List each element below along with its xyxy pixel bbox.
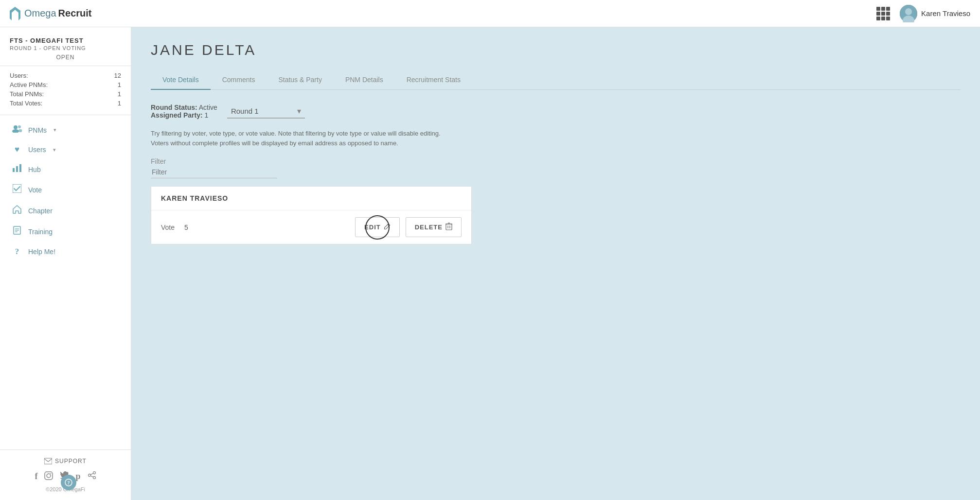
svg-line-24 [388,224,389,226]
stat-active-pnms-value: 1 [118,81,121,88]
pnms-label: PNMs [28,126,47,134]
sidebar-item-chapter[interactable]: Chapter [0,200,131,221]
pencil-icon [384,223,391,231]
hub-label: Hub [28,166,41,173]
mail-icon [44,458,52,465]
users-arrow: ▾ [53,147,56,153]
filter-section: Filter [151,157,961,178]
user-menu[interactable]: Karen Travieso [900,5,970,22]
sidebar-item-helpme[interactable]: ? Help Me! [0,242,131,261]
filter-label: Filter [151,157,961,165]
logo-icon [10,7,20,20]
round-status-label: Round Status: Active Assigned Party: 1 [151,103,217,119]
svg-point-21 [88,474,90,477]
vote-icon [12,184,22,195]
logo[interactable]: OmegaRecruit [10,7,92,20]
trash-icon [445,223,452,232]
svg-point-6 [18,129,22,132]
stat-total-votes-label: Total Votes: [10,100,42,107]
users-label: Users [28,146,46,154]
svg-point-18 [51,473,52,474]
round-status-value: Active [199,103,217,111]
vote-actions: EDIT DELETE [355,217,462,237]
sidebar-item-users[interactable]: ♥ Users ▾ [0,140,131,159]
round-status-row: Round Status: Active Assigned Party: 1 R… [151,103,961,119]
filter-input[interactable] [151,166,277,178]
tab-status-party[interactable]: Status & Party [267,70,333,89]
tab-comments[interactable]: Comments [211,70,267,89]
svg-rect-7 [13,168,15,172]
round-subtitle: ROUND 1 - OPEN VOTING [10,45,121,51]
svg-text:?: ? [68,480,70,485]
vote-label: Vote [161,224,175,231]
sidebar-item-training[interactable]: Training [0,221,131,242]
facebook-icon[interactable]: f [35,471,37,483]
pnms-arrow: ▾ [53,127,56,133]
svg-rect-25 [446,224,452,230]
svg-point-5 [18,125,21,128]
sidebar-item-pnms[interactable]: PNMs ▾ [0,120,131,140]
stat-users-label: Users: [10,72,28,79]
edit-label: EDIT [364,224,381,231]
assigned-party-key: Assigned Party: [151,111,203,119]
page-title: JANE DELTA [151,42,961,58]
chevron-down-icon: ▾ [297,106,301,116]
sidebar-item-vote[interactable]: Vote [0,179,131,200]
svg-rect-8 [16,166,18,172]
vote-details-content: Round Status: Active Assigned Party: 1 R… [151,103,961,244]
logo-omega-text: Omega [24,8,56,19]
stat-total-votes-value: 1 [118,100,121,107]
pnms-icon [12,125,22,135]
svg-point-1 [905,8,912,15]
tab-pnm-details[interactable]: PNM Details [334,70,395,89]
sidebar-item-hub[interactable]: Hub [0,159,131,179]
vote-data-row: Vote 5 EDIT [151,210,471,244]
sidebar: FTS - OMEGAFI TEST ROUND 1 - OPEN VOTING… [0,27,131,500]
tab-recruitment-stats[interactable]: Recruitment Stats [395,70,472,89]
svg-rect-9 [19,164,21,172]
svg-line-22 [90,473,93,475]
round-status-key: Round Status: [151,103,197,111]
tab-bar: Vote Details Comments Status & Party PNM… [151,70,961,90]
help-fab[interactable]: ? [61,475,76,490]
svg-point-4 [12,129,19,133]
app-header: OmegaRecruit Karen Travieso [0,0,980,27]
stat-total-votes: Total Votes: 1 [10,100,121,107]
svg-rect-16 [45,472,53,480]
svg-point-20 [93,477,95,479]
stat-active-pnms: Active PNMs: 1 [10,81,121,88]
main-layout: FTS - OMEGAFI TEST ROUND 1 - OPEN VOTING… [0,27,980,500]
delete-label: DELETE [415,224,443,231]
round-dropdown[interactable]: Round 1 ▾ [227,104,305,119]
user-name-label: Karen Travieso [921,9,970,17]
stat-total-pnms-value: 1 [118,90,121,98]
pinterest-icon[interactable]: p [75,471,80,483]
main-content: JANE DELTA Vote Details Comments Status … [131,27,980,500]
round-dropdown-text: Round 1 [231,107,293,115]
vote-table: KAREN TRAVIESO Vote 5 EDIT [151,186,472,244]
logo-recruit-text: Recruit [58,8,92,19]
round-status: OPEN [10,54,121,61]
vote-label: Vote [28,186,42,194]
share-icon[interactable] [88,471,96,483]
chapter-title: FTS - OMEGAFI TEST [10,37,121,44]
sidebar-stats: Users: 12 Active PNMs: 1 Total PNMs: 1 T… [0,66,131,115]
svg-point-17 [47,474,51,478]
training-icon [12,226,22,237]
voter-name-row: KAREN TRAVIESO [151,187,471,210]
svg-point-19 [93,472,95,474]
delete-button[interactable]: DELETE [406,217,462,237]
users-icon: ♥ [12,145,22,155]
stat-users-value: 12 [114,72,121,79]
edit-button[interactable]: EDIT [355,217,400,237]
support-label: SUPPORT [55,458,87,465]
grid-menu-icon[interactable] [876,7,890,20]
assigned-party-value: 1 [204,111,208,119]
tab-vote-details[interactable]: Vote Details [151,70,211,89]
svg-line-23 [90,476,93,477]
stat-users: Users: 12 [10,72,121,79]
chapter-icon [12,205,22,216]
support-button[interactable]: SUPPORT [10,458,121,465]
instagram-icon[interactable] [44,471,53,483]
helpme-icon: ? [12,247,22,257]
